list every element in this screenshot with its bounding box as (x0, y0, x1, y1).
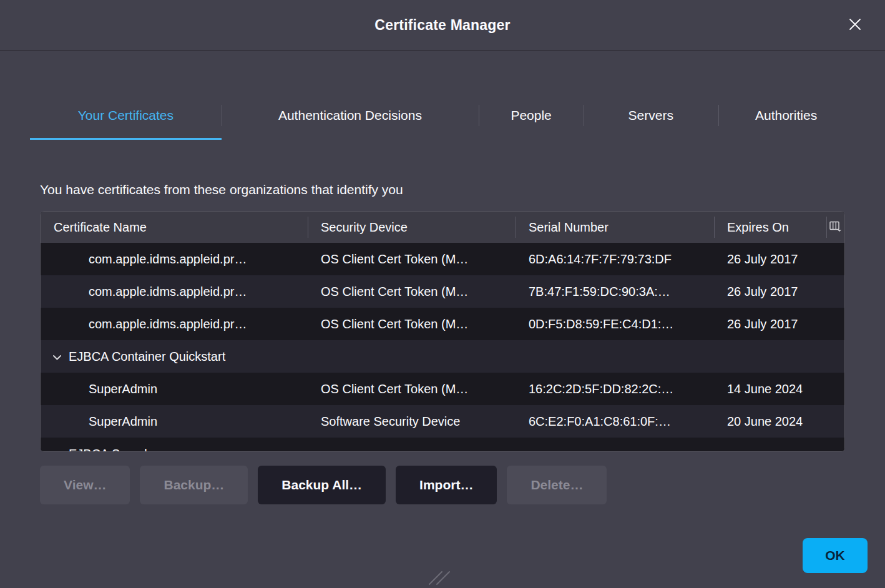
table-row[interactable]: com.apple.idms.appleid.pr… OS Client Cer… (41, 275, 844, 308)
column-header-expires-on[interactable]: Expires On (714, 212, 826, 243)
cell-security-device: OS Client Cert Token (M… (308, 285, 516, 299)
close-button[interactable] (844, 14, 866, 37)
cell-security-device: OS Client Cert Token (M… (308, 252, 516, 267)
tab-authorities[interactable]: Authorities (718, 92, 854, 140)
group-label: EJBCA Container Quickstart (69, 350, 225, 364)
column-picker-button[interactable] (826, 212, 844, 243)
chevron-down-icon[interactable] (52, 447, 62, 453)
import-button[interactable]: Import… (396, 466, 497, 504)
column-picker-icon (829, 220, 842, 235)
chevron-down-icon[interactable] (52, 350, 62, 364)
tab-your-certificates[interactable]: Your Certificates (30, 92, 222, 140)
delete-button[interactable]: Delete… (507, 466, 607, 504)
tab-label: Authentication Decisions (278, 108, 422, 123)
tab-label: Servers (628, 108, 673, 123)
table-row[interactable]: SuperAdmin OS Client Cert Token (M… 16:2… (41, 373, 844, 405)
tab-label: Authorities (755, 108, 817, 123)
cell-expires-on: 14 June 2024 (714, 382, 826, 396)
resize-grip[interactable] (426, 569, 453, 588)
ok-button[interactable]: OK (803, 538, 868, 573)
group-label: EJBCA Sample (69, 447, 154, 453)
tab-authentication-decisions[interactable]: Authentication Decisions (222, 92, 479, 140)
column-header-certificate-name[interactable]: Certificate Name (41, 212, 308, 243)
cell-security-device: Software Security Device (308, 414, 516, 429)
cell-certificate-name: SuperAdmin (41, 414, 308, 429)
cell-serial-number: 16:2C:2D:5F:DD:82:2C:… (516, 382, 714, 396)
tab-people[interactable]: People (479, 92, 584, 140)
close-icon (848, 17, 862, 33)
view-button[interactable]: View… (40, 466, 130, 504)
cell-expires-on: 26 July 2017 (714, 252, 826, 267)
cell-serial-number: 0D:F5:D8:59:FE:C4:D1:… (516, 317, 714, 331)
tab-bar: Your Certificates Authentication Decisio… (30, 92, 855, 140)
cell-serial-number: 6C:E2:F0:A1:C8:61:0F:… (516, 414, 714, 429)
cell-serial-number: 7B:47:F1:59:DC:90:3A:… (516, 285, 714, 299)
cell-security-device: OS Client Cert Token (M… (308, 317, 516, 331)
cell-security-device: OS Client Cert Token (M… (308, 382, 516, 396)
certificates-table: Certificate Name Security Device Serial … (40, 211, 845, 452)
cell-certificate-name: com.apple.idms.appleid.pr… (41, 285, 308, 299)
table-header: Certificate Name Security Device Serial … (41, 212, 844, 243)
table-body: com.apple.idms.appleid.pr… OS Client Cer… (41, 243, 844, 452)
cell-certificate-name: com.apple.idms.appleid.pr… (41, 252, 308, 267)
cell-expires-on: 26 July 2017 (714, 285, 826, 299)
cell-expires-on: 20 June 2024 (714, 414, 826, 429)
cell-expires-on: 26 July 2017 (714, 317, 826, 331)
backup-all-button[interactable]: Backup All… (258, 466, 386, 504)
table-row[interactable]: com.apple.idms.appleid.pr… OS Client Cer… (41, 308, 844, 340)
tab-servers[interactable]: Servers (584, 92, 718, 140)
cell-certificate-name: com.apple.idms.appleid.pr… (41, 317, 308, 331)
tab-label: People (511, 108, 551, 123)
table-group-row[interactable]: EJBCA Container Quickstart (41, 340, 844, 373)
backup-button[interactable]: Backup… (140, 466, 248, 504)
description-text: You have certificates from these organiz… (40, 182, 885, 197)
dialog-titlebar: Certificate Manager (0, 0, 885, 51)
action-button-row: View… Backup… Backup All… Import… Delete… (40, 466, 845, 504)
tab-label: Your Certificates (78, 108, 174, 123)
table-row[interactable]: SuperAdmin Software Security Device 6C:E… (41, 405, 844, 438)
cell-certificate-name: SuperAdmin (41, 382, 308, 396)
cell-serial-number: 6D:A6:14:7F:7F:79:73:DF (516, 252, 714, 267)
table-row[interactable]: com.apple.idms.appleid.pr… OS Client Cer… (41, 243, 844, 275)
dialog-title: Certificate Manager (374, 17, 510, 34)
table-group-row-partial[interactable]: EJBCA Sample (41, 438, 844, 452)
column-header-serial-number[interactable]: Serial Number (516, 212, 714, 243)
column-header-security-device[interactable]: Security Device (308, 212, 516, 243)
